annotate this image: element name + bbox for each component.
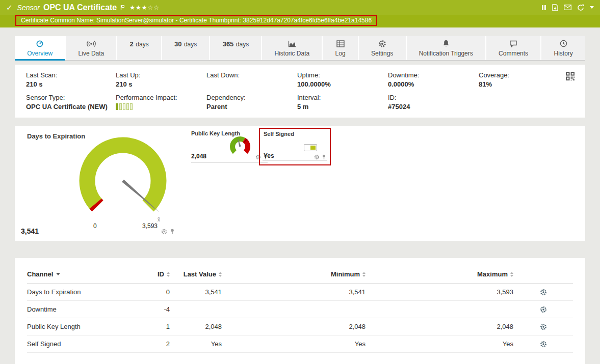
info-value: OPC UA Certificate (NEW) bbox=[26, 103, 116, 110]
pin-icon[interactable] bbox=[322, 154, 326, 160]
gauge-action-icons bbox=[161, 229, 175, 235]
channel-last-value: 2,048 bbox=[170, 323, 222, 330]
channel-maximum: 2,048 bbox=[366, 323, 513, 330]
tab-label: days bbox=[236, 41, 249, 48]
page-content: Overview Live Data 2 days 30 days 365 da… bbox=[0, 27, 600, 364]
report-export-icon[interactable] bbox=[552, 4, 558, 11]
tab-label: Comments bbox=[499, 50, 528, 57]
channel-name[interactable]: Downtime bbox=[27, 305, 147, 313]
gauge-min-label: 0 bbox=[93, 222, 97, 230]
column-header-channel[interactable]: Channel bbox=[27, 270, 147, 278]
channel-name[interactable]: Days to Expiration bbox=[27, 288, 147, 296]
tab-historic-data[interactable]: Historic Data bbox=[262, 36, 323, 60]
column-label: Channel bbox=[27, 270, 53, 278]
info-label: Coverage: bbox=[479, 71, 574, 79]
info-last-down: Last Down: bbox=[206, 71, 297, 88]
channel-settings-gear-icon[interactable] bbox=[513, 289, 573, 296]
channel-name[interactable]: Public Key Length bbox=[27, 323, 147, 330]
panel-divider bbox=[263, 160, 327, 161]
info-coverage: Coverage: 81% bbox=[479, 71, 574, 88]
channel-table-card: Channel ID Last Value Minimum Maximum bbox=[15, 258, 585, 364]
info-label: Last Down: bbox=[206, 71, 297, 79]
info-last-up: Last Up: 210 s bbox=[116, 71, 206, 88]
chevron-down-icon[interactable] bbox=[590, 6, 594, 9]
gauge-value: 3,541 bbox=[21, 227, 39, 235]
tab-overview[interactable]: Overview bbox=[15, 36, 66, 60]
channel-minimum: 2,048 bbox=[222, 323, 366, 330]
status-ok-icon: ✓ bbox=[6, 3, 13, 12]
tab-label: days bbox=[184, 41, 197, 48]
info-label: ID: bbox=[388, 94, 479, 101]
column-header-last-value[interactable]: Last Value bbox=[170, 270, 222, 278]
bell-icon bbox=[410, 39, 482, 48]
table-row: Downtime -4 bbox=[27, 301, 573, 318]
info-value: 81% bbox=[479, 80, 574, 88]
channel-minimum: 3,541 bbox=[222, 288, 366, 296]
gear-icon bbox=[362, 39, 403, 48]
tab-settings[interactable]: Settings bbox=[359, 36, 407, 60]
tab-30-days[interactable]: 30 days bbox=[162, 36, 211, 60]
info-id: ID: #75024 bbox=[388, 94, 479, 110]
column-header-id[interactable]: ID bbox=[147, 270, 170, 278]
gauge-average-marker: x̄ bbox=[158, 217, 160, 222]
tab-label: Log bbox=[335, 50, 346, 57]
channel-gear-icon[interactable] bbox=[314, 154, 320, 160]
sensor-header: ✓ Sensor OPC UA Certificate ★★★☆☆ Ce bbox=[0, 0, 600, 27]
column-label: Maximum bbox=[477, 270, 508, 278]
info-label: Sensor Type: bbox=[26, 94, 116, 101]
sensor-tabbar: Overview Live Data 2 days 30 days 365 da… bbox=[15, 36, 585, 61]
info-label: Performance Impact: bbox=[116, 94, 206, 101]
channel-settings-gear-icon[interactable] bbox=[513, 323, 573, 330]
sort-icon bbox=[510, 272, 513, 277]
info-value: 0.0000% bbox=[388, 80, 479, 88]
channel-maximum: Yes bbox=[366, 340, 513, 348]
info-value: Parent bbox=[206, 103, 297, 110]
tab-history[interactable]: History bbox=[541, 36, 585, 60]
channel-settings-gear-icon[interactable] bbox=[513, 306, 573, 313]
toggle-knob bbox=[310, 146, 316, 150]
info-interval: Interval: 5 m bbox=[297, 94, 388, 110]
column-header-maximum[interactable]: Maximum bbox=[366, 270, 513, 278]
pause-icon[interactable] bbox=[541, 5, 546, 11]
tab-2-days[interactable]: 2 days bbox=[117, 36, 162, 60]
info-dependency: Dependency: Parent bbox=[206, 94, 297, 110]
channel-id: 1 bbox=[147, 323, 170, 330]
tab-365-days[interactable]: 365 days bbox=[210, 36, 262, 60]
pin-icon[interactable] bbox=[170, 229, 175, 235]
header-actions bbox=[541, 4, 594, 11]
refresh-icon[interactable] bbox=[577, 4, 584, 11]
priority-flag-icon[interactable] bbox=[120, 5, 125, 11]
self-signed-panel-highlight: Self Signed Yes bbox=[259, 128, 331, 165]
info-value: 100.0000% bbox=[297, 80, 388, 88]
column-label: Last Value bbox=[184, 270, 216, 278]
channel-gear-icon[interactable] bbox=[161, 229, 167, 235]
email-icon[interactable] bbox=[564, 5, 571, 10]
tab-log[interactable]: Log bbox=[323, 36, 358, 60]
certificate-info-highlight: Certificate Common Name: SimulationServe… bbox=[15, 15, 377, 26]
tab-notification-triggers[interactable]: Notification Triggers bbox=[407, 36, 486, 60]
priority-stars[interactable]: ★★★☆☆ bbox=[129, 4, 160, 11]
tab-label: Settings bbox=[371, 50, 393, 57]
table-row: Days to Expiration 0 3,541 3,541 3,593 bbox=[27, 284, 573, 301]
info-label: Dependency: bbox=[206, 94, 297, 101]
qr-code-icon[interactable] bbox=[565, 71, 575, 83]
column-header-minimum[interactable]: Minimum bbox=[222, 270, 366, 278]
tab-comments[interactable]: Comments bbox=[486, 36, 541, 60]
object-type-label: Sensor bbox=[17, 4, 40, 12]
tab-top-text: 2 bbox=[130, 40, 134, 48]
self-signed-toggle[interactable] bbox=[304, 144, 317, 151]
info-label: Downtime: bbox=[388, 71, 479, 79]
meter-bar bbox=[123, 103, 125, 110]
meter-bar bbox=[126, 103, 129, 110]
days-to-expiration-gauge: x̄ bbox=[72, 136, 174, 228]
indicator-title-self-signed: Self Signed bbox=[264, 131, 326, 137]
log-icon bbox=[326, 39, 354, 48]
tab-live-data[interactable]: Live Data bbox=[66, 36, 117, 60]
overview-icon bbox=[18, 39, 62, 48]
public-key-length-gauge bbox=[223, 131, 255, 156]
channel-name[interactable]: Self Signed bbox=[27, 340, 147, 348]
channel-settings-gear-icon[interactable] bbox=[513, 341, 573, 348]
tab-label: days bbox=[136, 41, 148, 48]
column-label: ID bbox=[158, 270, 164, 278]
info-downtime: Downtime: 0.0000% bbox=[388, 71, 479, 88]
